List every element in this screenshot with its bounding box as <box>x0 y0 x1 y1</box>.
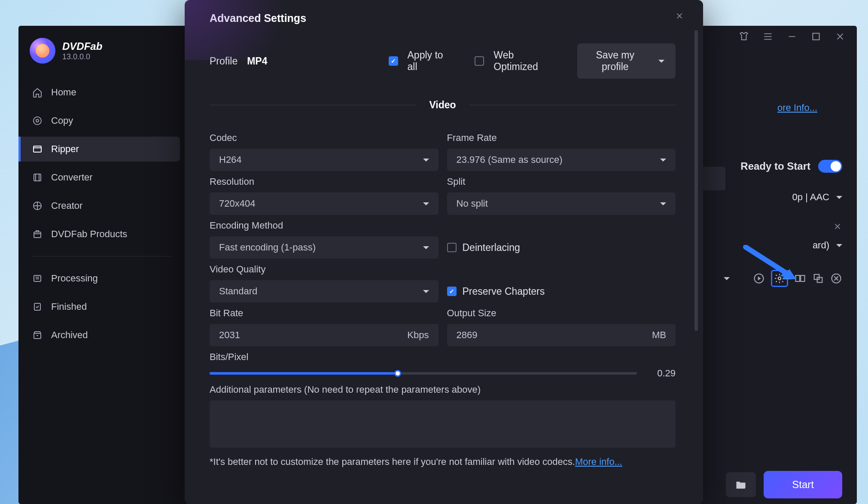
sidebar-item-label: Home <box>51 87 76 98</box>
brand-name: DVDFab <box>62 40 102 52</box>
sidebar-item-archived[interactable]: Archived <box>18 323 180 348</box>
resolution-value: 720x404 <box>219 198 255 209</box>
resolution-select[interactable]: 720x404 <box>210 192 439 215</box>
codec-value: H264 <box>219 154 242 165</box>
split-value: No split <box>457 198 488 209</box>
quality-label: Video Quality <box>210 264 439 275</box>
bitrate-label: Bit Rate <box>210 308 439 319</box>
task-panel: Ready to Start 0p | AAC ard) <box>688 160 842 287</box>
sidebar-item-label: Ripper <box>51 144 79 155</box>
section-divider-video: Video <box>210 99 676 111</box>
copy-icon <box>32 116 43 126</box>
language-value: ard) <box>813 240 829 251</box>
quality-select[interactable]: Standard <box>210 280 439 302</box>
chevron-down-icon <box>423 290 429 293</box>
dialog-scrollbar[interactable] <box>694 30 698 331</box>
sidebar: DVDFab 13.0.0.0 Home Copy Ripper Convert… <box>18 26 186 504</box>
outputsize-label: Output Size <box>447 308 676 319</box>
sidebar-item-creator[interactable]: Creator <box>18 193 180 218</box>
svg-rect-9 <box>813 33 819 40</box>
converter-icon <box>32 172 43 183</box>
close-dialog-icon[interactable] <box>675 11 684 21</box>
encoding-select[interactable]: Fast encoding (1-pass) <box>210 236 439 259</box>
sidebar-item-finished[interactable]: Finished <box>18 294 180 319</box>
encoding-label: Encoding Method <box>210 220 439 231</box>
additional-params-input[interactable] <box>210 400 676 448</box>
chevron-down-icon <box>658 60 664 63</box>
more-info-link[interactable]: More info... <box>575 456 622 467</box>
remove-task-icon[interactable] <box>833 222 842 231</box>
task-action-icons <box>688 270 842 287</box>
advanced-settings-icon[interactable] <box>771 270 788 287</box>
svg-rect-13 <box>801 275 804 281</box>
params-label: Additional parameters (No need to repeat… <box>210 384 676 395</box>
save-profile-label: Save my profile <box>588 49 642 73</box>
outputsize-unit: MB <box>652 330 666 341</box>
svg-rect-12 <box>796 275 800 281</box>
profile-value: MP4 <box>247 55 267 67</box>
apply-to-all-checkbox[interactable] <box>389 56 398 66</box>
preview-icon[interactable] <box>753 272 765 284</box>
nav-divider <box>32 256 172 257</box>
sidebar-item-label: Copy <box>51 115 73 126</box>
ready-toggle[interactable] <box>818 160 842 173</box>
output-folder-button[interactable] <box>726 472 756 497</box>
apply-to-all-label: Apply to all <box>408 49 448 73</box>
menu-icon[interactable] <box>762 31 774 42</box>
chevron-down-icon[interactable] <box>836 244 842 247</box>
svg-point-0 <box>34 117 41 125</box>
deinterlacing-checkbox[interactable] <box>447 243 457 252</box>
minimize-icon[interactable] <box>786 31 798 42</box>
bitrate-input[interactable]: Kbps <box>210 324 439 346</box>
bitspixel-label: Bits/Pixel <box>210 351 676 363</box>
sidebar-item-ripper[interactable]: Ripper <box>18 137 180 162</box>
finished-icon <box>32 302 43 312</box>
bitspixel-slider[interactable] <box>210 372 637 375</box>
chevron-down-icon <box>660 159 666 162</box>
package-icon <box>32 229 43 239</box>
more-info-link[interactable]: ore Info... <box>777 102 817 113</box>
outputsize-value[interactable] <box>457 330 647 341</box>
shirt-icon[interactable] <box>738 31 749 42</box>
split-label: Split <box>447 176 676 187</box>
processing-icon <box>32 273 43 284</box>
sidebar-item-products[interactable]: DVDFab Products <box>18 222 180 247</box>
sidebar-item-label: Finished <box>51 301 87 312</box>
sidebar-item-copy[interactable]: Copy <box>18 108 180 133</box>
framerate-label: Frame Rate <box>447 132 676 144</box>
chevron-down-icon[interactable] <box>724 277 730 280</box>
bitrate-value[interactable] <box>219 330 402 341</box>
section-title: Video <box>429 99 456 111</box>
profile-row: Profile MP4 Apply to all Web Optimized S… <box>210 43 676 79</box>
codec-select[interactable]: H264 <box>210 149 439 171</box>
note-text: *It's better not to customize the parame… <box>210 456 575 467</box>
crop-icon[interactable] <box>812 272 824 284</box>
framerate-select[interactable]: 23.976 (Same as source) <box>447 149 676 171</box>
start-button[interactable]: Start <box>764 471 842 498</box>
chevron-down-icon <box>423 246 429 249</box>
titlebar <box>727 26 857 47</box>
dialog-title: Advanced Settings <box>210 12 676 24</box>
edit-icon[interactable] <box>794 272 806 284</box>
split-select[interactable]: No split <box>447 192 676 215</box>
web-optimized-checkbox[interactable] <box>475 56 484 66</box>
chevron-down-icon[interactable] <box>836 196 842 199</box>
sidebar-item-label: DVDFab Products <box>51 229 127 240</box>
maximize-icon[interactable] <box>810 31 822 42</box>
resolution-label: Resolution <box>210 176 439 187</box>
close-icon[interactable] <box>834 31 846 42</box>
preserve-chapters-checkbox[interactable] <box>447 287 457 296</box>
advanced-settings-dialog: Advanced Settings Profile MP4 Apply to a… <box>185 0 703 504</box>
parameters-note: *It's better not to customize the parame… <box>210 456 676 467</box>
codec-label: Codec <box>210 132 439 144</box>
sidebar-item-converter[interactable]: Converter <box>18 165 180 190</box>
chevron-down-icon <box>423 202 429 205</box>
outputsize-input[interactable]: MB <box>447 324 676 346</box>
chevron-down-icon <box>423 159 429 162</box>
save-profile-button[interactable]: Save my profile <box>577 43 676 79</box>
sidebar-item-home[interactable]: Home <box>18 80 180 105</box>
delete-icon[interactable] <box>830 272 842 284</box>
bitspixel-value: 0.29 <box>646 368 676 379</box>
sidebar-item-processing[interactable]: Processing <box>18 266 180 291</box>
brand: DVDFab 13.0.0.0 <box>18 38 186 78</box>
